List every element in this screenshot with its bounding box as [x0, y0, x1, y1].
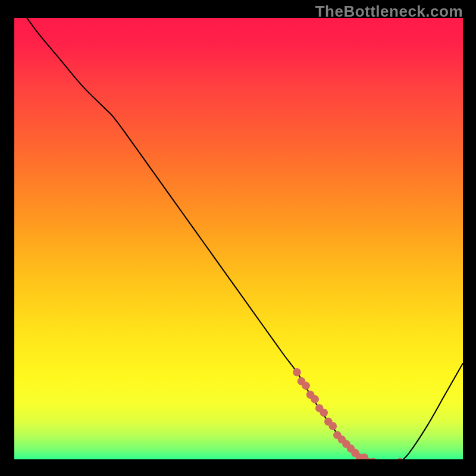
chart-frame: TheBottleneck.com	[0, 0, 476, 476]
highlight-dot	[311, 395, 319, 403]
plot-area	[14, 18, 463, 459]
highlight-dots	[14, 18, 463, 459]
highlight-dot	[302, 381, 310, 390]
highlight-dot	[320, 409, 328, 417]
highlight-dot	[329, 422, 337, 430]
highlight-dot	[293, 368, 301, 377]
highlight-dot	[396, 458, 405, 459]
